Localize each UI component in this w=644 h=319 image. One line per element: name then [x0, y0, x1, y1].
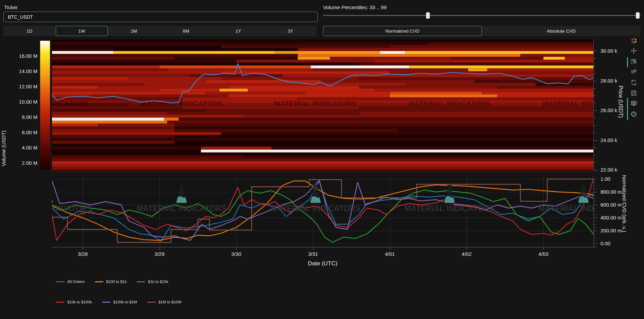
legend-label: $100 to $1k: [106, 280, 126, 284]
cvd-tick: [594, 231, 597, 231]
price-tick-label: 30.00 k: [600, 48, 617, 54]
cvd-mode-button-group: Normalized CVDAbsolute CVD: [323, 26, 641, 36]
date-tick-label: 3/29: [155, 251, 165, 257]
zoom-in-out-icon[interactable]: [629, 68, 639, 76]
pan-icon[interactable]: [629, 47, 639, 55]
price-tick: [594, 140, 597, 141]
volume-tick-label: 12.00 M: [3, 84, 37, 89]
legend-swatch-icon: [56, 281, 65, 282]
box-zoom-icon[interactable]: [629, 57, 639, 66]
legend-swatch-icon: [137, 281, 145, 282]
date-tick: [159, 247, 160, 250]
price-minor-tick: [594, 133, 596, 133]
volume-percentiles-slider[interactable]: [323, 15, 641, 16]
price-tick: [594, 170, 597, 170]
trading-dashboard: Ticker Volume Percentiles: 33 .. 99 1D1W…: [0, 0, 644, 319]
price-minor-tick: [594, 58, 596, 59]
save-icon[interactable]: [629, 89, 639, 98]
date-tick: [390, 247, 390, 250]
cvd-minor-tick: [594, 208, 595, 209]
cvd-tick: [594, 218, 597, 218]
plotly-logo-icon: [629, 36, 639, 45]
price-tick-label: 24.00 k: [600, 137, 617, 143]
timeframe-button-6m[interactable]: 6M: [160, 26, 213, 36]
cvd-axis-title: Normalized CVD (arb. u.): [622, 175, 627, 232]
price-minor-tick: [594, 103, 596, 103]
cvd-mode-button-absolute-cvd[interactable]: Absolute CVD: [482, 26, 641, 36]
price-minor-tick: [594, 95, 596, 96]
legend-item[interactable]: $100 to $1k: [95, 280, 126, 284]
legend-swatch-icon: [102, 302, 111, 303]
cvd-mode-button-normalized-cvd[interactable]: Normalized CVD: [323, 26, 482, 36]
volume-tick-label: 14.00 M: [3, 68, 37, 74]
legend-row-2: $10k to $100k$100k to $1M$1M to $10M: [56, 300, 191, 304]
timeframe-button-3y[interactable]: 3Y: [265, 26, 317, 36]
legend-item[interactable]: $1M to $10M: [147, 300, 181, 304]
ticker-input[interactable]: [3, 12, 318, 22]
price-minor-tick: [594, 162, 596, 163]
volume-axis-title: Volume (USDT): [1, 130, 6, 166]
cvd-minor-tick: [594, 189, 595, 189]
legend-swatch-icon: [95, 281, 103, 282]
cvd-minor-tick: [594, 241, 595, 241]
cvd-tick-label: 1.00: [600, 176, 610, 182]
date-tick: [83, 247, 83, 250]
cvd-minor-tick: [594, 215, 595, 215]
legend-item[interactable]: $1k to $10k: [137, 280, 168, 284]
cvd-tick-label: 800.00 m: [600, 189, 622, 195]
volume-percentiles-label: Volume Percentiles: 33 .. 99: [323, 4, 387, 10]
legend-item[interactable]: $10k to $100k: [56, 300, 92, 304]
slider-handle-low[interactable]: [426, 12, 430, 19]
crosshair-icon[interactable]: [629, 110, 639, 119]
cvd-minor-tick: [594, 198, 595, 199]
modebar-active-indicator: [627, 57, 628, 67]
timeframe-button-1m[interactable]: 1M: [108, 26, 160, 36]
price-tick-label: 22.00 k: [600, 167, 617, 173]
price-tick-label: 28.00 k: [600, 78, 617, 84]
volume-tick-label: 6.00 M: [3, 129, 37, 135]
timeframe-button-1d[interactable]: 1D: [3, 26, 56, 36]
legend-label: $1k to $10k: [148, 280, 168, 284]
cvd-minor-tick: [594, 234, 595, 234]
price-tick: [594, 81, 597, 81]
volume-tick-label: 16.00 M: [3, 53, 37, 59]
legend-item[interactable]: All Orders: [56, 280, 85, 284]
tooltip-icon[interactable]: [629, 99, 639, 108]
price-minor-tick: [594, 125, 596, 126]
cvd-minor-tick: [594, 237, 595, 237]
cvd-tick-label: 400.00 m: [600, 215, 622, 220]
cvd-tick-label: 600.00 m: [600, 202, 622, 208]
price-minor-tick: [594, 88, 596, 89]
date-tick: [236, 247, 237, 250]
timeframe-button-1w[interactable]: 1W: [56, 26, 108, 36]
ticker-label: Ticker: [4, 4, 18, 10]
heatmap-right-axis-line: [593, 39, 594, 172]
timeframe-button-1y[interactable]: 1Y: [212, 26, 265, 36]
slider-handle-high[interactable]: [636, 12, 640, 19]
cvd-minor-tick: [594, 228, 595, 228]
date-tick-label: 3/31: [308, 251, 318, 257]
modebar-active-indicator: [627, 98, 628, 120]
legend-item[interactable]: $100k to $1M: [102, 300, 137, 304]
price-minor-tick: [594, 66, 596, 66]
reset-axes-icon[interactable]: [629, 78, 639, 87]
legend-label: All Orders: [67, 280, 85, 284]
date-tick-label: 3/28: [78, 251, 88, 257]
date-tick-label: 4/01: [385, 251, 395, 257]
cvd-minor-tick: [594, 224, 595, 225]
cvd-minor-tick: [594, 185, 595, 186]
date-axis-title: Date (UTC): [308, 260, 338, 267]
cvd-chart-canvas[interactable]: [52, 176, 593, 247]
date-tick-label: 4/03: [539, 251, 548, 257]
date-tick: [467, 247, 467, 250]
cvd-right-axis-line: [593, 176, 594, 247]
liquidity-heatmap-canvas[interactable]: [52, 39, 593, 172]
price-minor-tick: [594, 118, 596, 118]
cvd-minor-tick: [594, 195, 595, 196]
date-tick-label: 3/30: [231, 251, 241, 257]
legend-row-1: All Orders$100 to $1k$1k to $10k: [56, 280, 179, 284]
price-minor-tick: [594, 148, 596, 148]
date-tick: [543, 247, 544, 250]
price-minor-tick: [594, 73, 596, 74]
legend-label: $1M to $10M: [158, 300, 181, 304]
